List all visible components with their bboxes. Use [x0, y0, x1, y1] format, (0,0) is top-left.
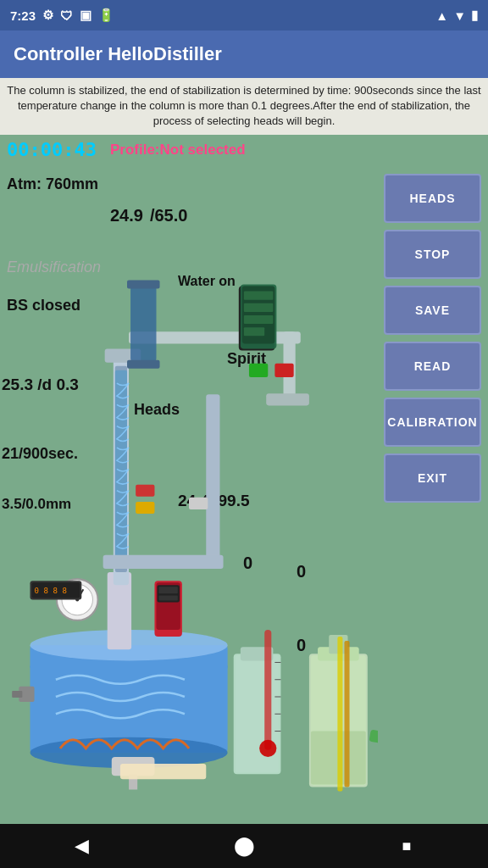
svg-rect-11 [266, 393, 309, 405]
battery-icon: ▮ [471, 8, 478, 23]
timer-row: 00:00:43 Profile:Not selected [0, 135, 488, 165]
svg-rect-1 [30, 645, 227, 753]
status-bar-left: 7:23 ⚙ 🛡 ▣ 🔋 [10, 8, 114, 23]
back-icon: ◀ [75, 835, 89, 857]
app-title: Controller HelloDistiller [14, 43, 222, 65]
svg-rect-12 [130, 284, 156, 361]
right-panel: HEADS STOP SAVE READ CALIBRATION EXIT [384, 174, 481, 503]
svg-rect-26 [136, 484, 154, 496]
timer-display: 00:00:43 [7, 139, 97, 160]
exit-button[interactable]: EXIT [384, 453, 481, 503]
svg-rect-28 [189, 497, 208, 509]
info-text-content: The column is stabilized, the end of sta… [7, 84, 480, 127]
recents-icon: ■ [402, 837, 412, 855]
distiller-area: Atm: 760mm 24.9 /65.0 Emulsification Wat… [0, 165, 378, 850]
svg-rect-23 [274, 363, 293, 376]
svg-rect-43 [244, 291, 273, 299]
svg-rect-45 [244, 315, 273, 324]
svg-rect-27 [136, 501, 154, 513]
svg-rect-69 [369, 729, 378, 756]
svg-point-58 [259, 739, 276, 756]
svg-rect-39 [159, 587, 178, 593]
svg-text:0 8 8 8: 0 8 8 8 [35, 587, 67, 595]
status-bar: 7:23 ⚙ 🛡 ▣ 🔋 ▲ ▼ ▮ [0, 0, 488, 31]
svg-rect-46 [244, 327, 264, 336]
read-button[interactable]: READ [384, 342, 481, 391]
time-label: 7:23 [10, 8, 36, 23]
svg-rect-44 [244, 303, 273, 311]
save-button[interactable]: SAVE [384, 286, 481, 335]
nav-bar: ◀ ⬤ ■ [0, 824, 488, 868]
back-button[interactable]: ◀ [56, 829, 107, 863]
svg-rect-57 [264, 629, 271, 749]
recents-button[interactable]: ■ [381, 829, 432, 863]
profile-label: Profile:Not selected [110, 142, 246, 159]
stop-button[interactable]: STOP [384, 230, 481, 279]
settings-icon: ⚙ [42, 8, 53, 23]
svg-rect-14 [127, 359, 160, 368]
main-area: HEADS STOP SAVE READ CALIBRATION EXIT At… [0, 165, 488, 850]
shield-icon: 🛡 [60, 8, 73, 23]
svg-rect-22 [249, 363, 268, 376]
title-bar: Controller HelloDistiller [0, 31, 488, 78]
heads-button[interactable]: HEADS [384, 174, 481, 223]
svg-rect-65 [12, 690, 22, 697]
home-button[interactable]: ⬤ [219, 829, 269, 863]
home-icon: ⬤ [234, 835, 255, 857]
signal-icon: ▼ [453, 8, 466, 23]
distiller-svg: 0 8 8 8 [0, 165, 378, 850]
svg-rect-40 [159, 595, 178, 600]
status-bar-right: ▲ ▼ ▮ [435, 8, 478, 23]
svg-rect-52 [337, 637, 342, 791]
svg-rect-13 [127, 280, 160, 288]
screen-icon: ▣ [80, 8, 92, 23]
svg-rect-53 [344, 641, 349, 787]
battery-status-icon: 🔋 [98, 8, 114, 23]
svg-rect-24 [206, 394, 219, 566]
svg-rect-25 [103, 554, 224, 568]
wifi-icon: ▲ [435, 8, 448, 23]
info-text: The column is stabilized, the end of sta… [0, 78, 488, 135]
svg-rect-68 [120, 764, 206, 779]
calibration-button[interactable]: CALIBRATION [384, 398, 481, 447]
